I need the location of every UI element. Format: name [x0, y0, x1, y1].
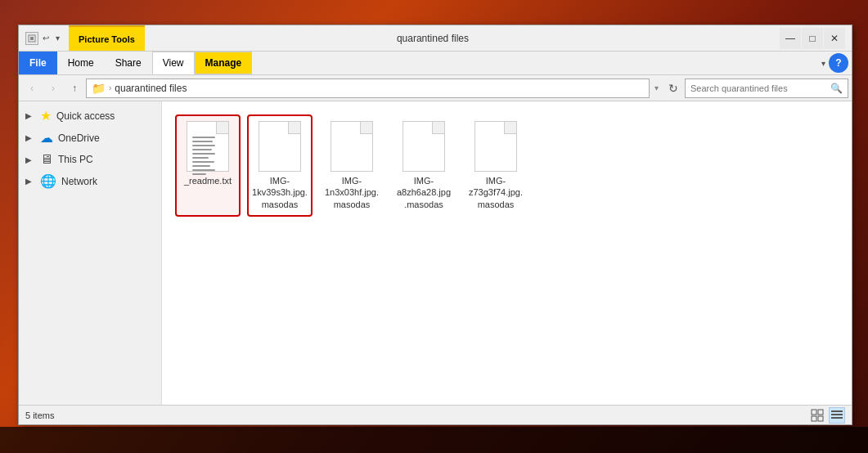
window-controls: — □ ✕: [780, 28, 845, 49]
title-bar: ↩ ▾ Picture Tools quarantined files — □ …: [19, 25, 852, 52]
sidebar-label-network: Network: [61, 176, 97, 187]
forward-button[interactable]: ›: [43, 78, 63, 98]
tab-home[interactable]: Home: [57, 52, 105, 74]
details-view-button[interactable]: [829, 407, 845, 424]
quick-access-toolbar: ↩ ▾: [25, 32, 62, 45]
window-title: quarantined files: [86, 33, 780, 44]
onedrive-icon: ☁: [40, 130, 53, 146]
tab-file[interactable]: File: [19, 52, 57, 74]
svg-rect-1: [30, 37, 34, 40]
ribbon-tabs: File Home Share View Manage ▾ ?: [19, 52, 852, 74]
address-dropdown[interactable]: ▾: [651, 83, 662, 92]
file-label-img1: IMG-1kv39s3h.jpg.masodas: [252, 175, 308, 210]
file-label-img2: IMG-1n3x03hf.jpg.masodas: [324, 175, 380, 210]
svg-rect-5: [818, 416, 823, 421]
expand-icon: ▶: [25, 111, 35, 120]
breadcrumb-path: quarantined files: [115, 83, 187, 94]
file-item-img2[interactable]: IMG-1n3x03hf.jpg.masodas: [319, 114, 385, 217]
quick-access-icon: ★: [40, 108, 52, 123]
search-input[interactable]: [690, 83, 830, 93]
view-controls: [809, 407, 845, 424]
network-icon: 🌐: [40, 173, 56, 189]
qat-dropdown[interactable]: ▾: [53, 33, 62, 43]
sidebar: ▶ ★ Quick access ▶ ☁ OneDrive ▶ 🖥 This P…: [19, 101, 162, 405]
content-area: ▶ ★ Quick access ▶ ☁ OneDrive ▶ 🖥 This P…: [19, 101, 852, 405]
search-box[interactable]: 🔍: [685, 78, 848, 98]
file-item-img4[interactable]: IMG-z73g3f74.jpg.masodas: [463, 114, 528, 217]
sidebar-item-quick-access[interactable]: ▶ ★ Quick access: [19, 105, 161, 127]
help-button[interactable]: ?: [829, 53, 848, 73]
ribbon: File Home Share View Manage ▾ ?: [19, 52, 852, 75]
expand-icon-onedrive: ▶: [25, 133, 35, 142]
generic-file-icon-4: [474, 121, 517, 172]
file-item-img1[interactable]: IMG-1kv39s3h.jpg.masodas: [247, 114, 313, 217]
sidebar-label-onedrive: OneDrive: [58, 132, 100, 144]
svg-rect-4: [812, 416, 816, 421]
generic-file-icon-2: [331, 121, 373, 172]
svg-rect-3: [818, 410, 823, 415]
file-label-img3: IMG-a8zh6a28.jpg.masodas: [396, 175, 452, 210]
expand-icon-pc: ▶: [25, 155, 35, 164]
search-icon[interactable]: 🔍: [830, 83, 843, 94]
file-label-img4: IMG-z73g3f74.jpg.masodas: [468, 175, 524, 210]
up-button[interactable]: ↑: [65, 78, 84, 98]
sidebar-item-network[interactable]: ▶ 🌐 Network: [19, 170, 161, 192]
ribbon-collapse[interactable]: ▾: [821, 59, 825, 68]
file-area: _readme.txt IMG-1kv39s3h.jpg.masodas IMG…: [162, 101, 852, 405]
grid-view-button[interactable]: [809, 407, 825, 424]
close-button[interactable]: ✕: [824, 28, 845, 49]
sidebar-label-quick-access: Quick access: [56, 110, 115, 122]
status-bar: 5 items: [19, 405, 852, 424]
back-button[interactable]: ‹: [22, 78, 42, 98]
breadcrumb-arrow: ›: [109, 83, 111, 92]
svg-rect-8: [831, 417, 843, 419]
svg-rect-6: [831, 410, 843, 412]
sidebar-label-this-pc: This PC: [58, 154, 93, 165]
file-item-img3[interactable]: IMG-a8zh6a28.jpg.masodas: [391, 114, 456, 217]
generic-file-icon-3: [403, 121, 445, 172]
sidebar-item-this-pc[interactable]: ▶ 🖥 This PC: [19, 149, 161, 170]
svg-rect-7: [831, 414, 843, 415]
maximize-button[interactable]: □: [802, 28, 823, 49]
sidebar-item-onedrive[interactable]: ▶ ☁ OneDrive: [19, 127, 161, 149]
qat-icon1: [25, 32, 38, 45]
refresh-button[interactable]: ↻: [663, 78, 683, 98]
svg-rect-2: [812, 410, 816, 415]
txt-file-icon: [187, 121, 229, 172]
minimize-button[interactable]: —: [780, 28, 801, 49]
generic-file-icon-1: [259, 121, 301, 172]
expand-icon-network: ▶: [25, 177, 35, 186]
folder-icon: 📁: [92, 82, 106, 95]
tab-share[interactable]: Share: [105, 52, 152, 74]
explorer-window: ↩ ▾ Picture Tools quarantined files — □ …: [18, 25, 852, 425]
qat-undo[interactable]: ↩: [40, 33, 52, 43]
breadcrumb[interactable]: 📁 › quarantined files: [86, 78, 650, 98]
tab-view[interactable]: View: [152, 52, 195, 74]
taskbar: [0, 427, 868, 453]
file-item-readme[interactable]: _readme.txt: [175, 114, 241, 217]
file-label-readme: _readme.txt: [184, 175, 232, 186]
pc-icon: 🖥: [40, 152, 53, 167]
items-count: 5 items: [25, 410, 809, 420]
tab-manage[interactable]: Manage: [195, 52, 253, 74]
address-bar: ‹ › ↑ 📁 › quarantined files ▾ ↻ 🔍: [19, 75, 852, 101]
